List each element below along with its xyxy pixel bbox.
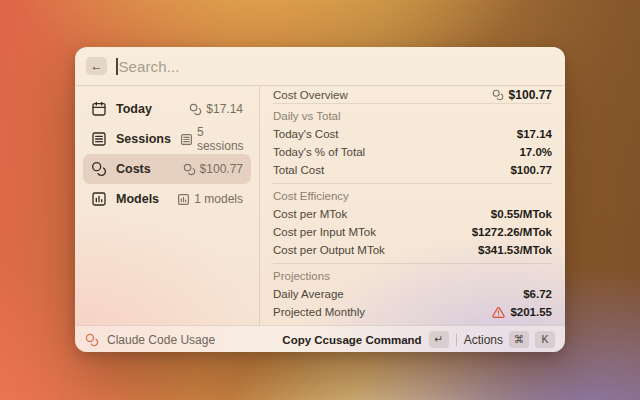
sidebar-list: Today $17.14 Sessions [75,86,260,325]
section-cost-efficiency: Cost Efficiency Cost per MTok $0.55/MTok… [273,184,552,264]
text-caret [116,58,118,75]
row-label: Total Cost [273,164,324,176]
sidebar-item-value: $100.77 [200,162,243,176]
row-value: $201.55 [510,306,552,318]
sidebar-item-sessions[interactable]: Sessions 5 sessions [83,124,251,154]
section-title: Cost Efficiency [273,190,349,202]
section-daily-vs-total: Daily vs Total Today's Cost $17.14 Today… [273,104,552,184]
row-label: Daily Average [273,288,344,300]
footer-bar: Claude Code Usage Copy Ccusage Command ↵… [75,325,565,352]
sidebar-item-value: $17.14 [206,102,243,116]
bar-chart-icon [91,191,107,207]
app-name: Claude Code Usage [107,333,215,347]
search-placeholder: Search... [119,58,180,75]
search-input[interactable]: Search... [116,58,554,75]
coins-icon [492,89,504,101]
detail-header-value: $100.77 [509,88,552,102]
row-value: $1272.26/MTok [472,226,552,238]
row-label: Today's Cost [273,128,338,140]
detail-row: Daily Average $6.72 [273,285,552,303]
back-arrow-icon: ← [91,60,103,72]
detail-row: Cost per Output MTok $341.53/MTok [273,241,552,259]
search-bar: ← Search... [75,47,565,86]
sidebar-item-today[interactable]: Today $17.14 [83,94,251,124]
sessions-list-icon [180,133,193,146]
sessions-list-icon [91,131,107,147]
copy-ccusage-command-button[interactable]: Copy Ccusage Command ↵ [282,331,448,348]
detail-row: Today's Cost $17.14 [273,125,552,143]
command-key-icon: ⌘ [509,331,529,348]
section-title: Daily vs Total [273,110,341,122]
detail-header-label: Cost Overview [273,89,348,101]
k-key-icon: K [535,331,555,348]
coins-icon [85,333,99,347]
row-label: Projected Monthly [273,306,365,318]
detail-header: Cost Overview $100.77 [273,86,552,104]
row-value: 17.0% [519,146,552,158]
calendar-icon [91,101,107,117]
coins-icon [91,161,107,177]
content-area: Today $17.14 Sessions [75,86,565,325]
detail-row: Cost per MTok $0.55/MTok [273,205,552,223]
launcher-window: ← Search... Today [75,47,565,352]
detail-row: Projected Monthly $201.55 [273,303,552,321]
row-label: Today's % of Total [273,146,365,158]
app-chip: Claude Code Usage [85,333,215,347]
actions-button[interactable]: Actions ⌘ K [464,331,555,348]
sidebar-item-costs[interactable]: Costs $100.77 [83,154,251,184]
row-value: $100.77 [510,164,552,176]
row-label: Cost per MTok [273,208,347,220]
actions-label: Actions [464,333,503,347]
row-label: Cost per Input MTok [273,226,376,238]
warning-triangle-icon [492,306,505,319]
detail-panel: Cost Overview $100.77 Daily vs Total Tod… [260,86,565,325]
detail-row: Total Cost $100.77 [273,161,552,179]
row-label: Cost per Output MTok [273,244,385,256]
footer-divider [456,334,457,346]
coins-icon [183,163,196,176]
back-button[interactable]: ← [86,57,107,75]
section-title: Projections [273,270,330,282]
sidebar-item-value: 1 models [194,192,243,206]
detail-row: Cost per Input MTok $1272.26/MTok [273,223,552,241]
section-projections: Projections Daily Average $6.72 Projecte… [273,264,552,325]
bar-chart-icon [177,193,190,206]
primary-action-label: Copy Ccusage Command [282,334,421,346]
return-key-icon: ↵ [429,331,449,348]
row-value: $6.72 [523,288,552,300]
sidebar-item-models[interactable]: Models 1 models [83,184,251,214]
row-value: $341.53/MTok [478,244,552,256]
sidebar-item-label: Today [116,102,152,116]
coins-icon [189,103,202,116]
detail-row: Today's % of Total 17.0% [273,143,552,161]
sidebar-item-label: Costs [116,162,151,176]
sidebar-item-label: Sessions [116,132,171,146]
desktop-background: ← Search... Today [0,0,640,400]
sidebar-item-value: 5 sessions [197,125,244,153]
row-value: $17.14 [517,128,552,140]
sidebar-item-label: Models [116,192,159,206]
row-value: $0.55/MTok [491,208,552,220]
